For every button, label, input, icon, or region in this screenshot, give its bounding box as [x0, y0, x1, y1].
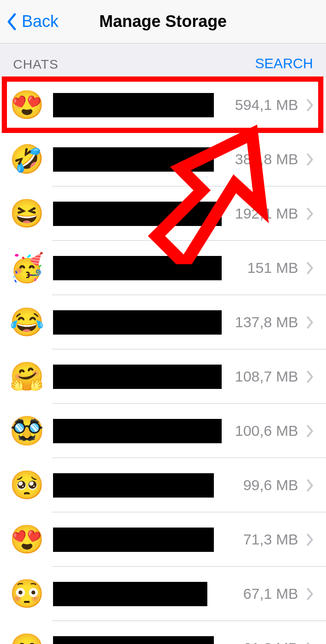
chat-size-label: 382,8 MB: [235, 151, 298, 168]
back-chevron-icon: [6, 13, 17, 31]
chevron-right-icon: [306, 370, 314, 383]
chevron-right-icon: [306, 316, 314, 329]
chat-avatar: 😆: [8, 195, 46, 233]
chat-name-redacted: [53, 636, 214, 644]
chat-avatar: 🥺: [8, 466, 46, 505]
chat-row[interactable]: 😆192,1 MB: [0, 186, 326, 241]
chat-name-redacted: [53, 528, 214, 552]
search-button[interactable]: SEARCH: [255, 56, 313, 72]
chat-row[interactable]: 🤗108,7 MB: [0, 349, 326, 404]
chat-avatar: 🤣: [8, 140, 46, 179]
chat-size-label: 67,1 MB: [243, 585, 298, 602]
chevron-right-icon: [306, 153, 314, 166]
chat-size-label: 151 MB: [247, 259, 298, 276]
chevron-right-icon: [306, 533, 314, 546]
chat-name-redacted: [53, 310, 222, 335]
chat-row[interactable]: 😍594,1 MB: [0, 78, 326, 132]
chevron-right-icon: [306, 262, 314, 275]
chat-row[interactable]: 😂137,8 MB: [0, 295, 326, 349]
chat-size-label: 594,1 MB: [235, 96, 298, 113]
chat-avatar: 🥳: [8, 249, 46, 287]
chat-name-redacted: [53, 473, 214, 498]
chat-name-redacted: [53, 365, 222, 389]
chat-row[interactable]: 😍71,3 MB: [0, 512, 326, 567]
chat-name-redacted: [53, 256, 222, 280]
chat-name-redacted: [53, 582, 207, 606]
chevron-right-icon: [306, 479, 314, 492]
navigation-bar: Back Manage Storage: [0, 0, 326, 43]
chat-avatar: 😊: [8, 629, 46, 644]
back-label: Back: [22, 12, 58, 31]
chat-row[interactable]: 🥳151 MB: [0, 241, 326, 295]
chat-avatar: 😍: [8, 521, 46, 559]
chats-section-label: CHATS: [13, 57, 58, 72]
chat-row[interactable]: 🥺99,6 MB: [0, 458, 326, 512]
chat-avatar: 😳: [8, 575, 46, 613]
chats-section-header: CHATS SEARCH: [0, 43, 326, 78]
chat-avatar: 🥸: [8, 412, 46, 450]
chat-size-label: 192,1 MB: [235, 205, 298, 222]
chat-row[interactable]: 🥸100,6 MB: [0, 404, 326, 458]
chat-size-label: 61,2 MB: [243, 640, 298, 644]
chat-row[interactable]: 🤣382,8 MB: [0, 132, 326, 186]
chat-size-label: 99,6 MB: [243, 477, 298, 494]
chat-name-redacted: [53, 93, 214, 117]
chat-size-label: 71,3 MB: [243, 531, 298, 548]
chat-row[interactable]: 😳67,1 MB: [0, 567, 326, 621]
chevron-right-icon: [306, 588, 314, 601]
chevron-right-icon: [306, 207, 314, 220]
chat-avatar: 😂: [8, 303, 46, 342]
chevron-right-icon: [306, 642, 314, 644]
chat-row[interactable]: 😊61,2 MB: [0, 621, 326, 644]
chevron-right-icon: [306, 425, 314, 438]
back-button[interactable]: Back: [0, 0, 58, 43]
chat-size-label: 137,8 MB: [235, 314, 298, 331]
chat-name-redacted: [53, 147, 214, 172]
chevron-right-icon: [306, 99, 314, 112]
chat-avatar: 🤗: [8, 358, 46, 396]
chats-list: 😍594,1 MB🤣382,8 MB😆192,1 MB🥳151 MB😂137,8…: [0, 78, 326, 644]
chat-name-redacted: [53, 202, 222, 226]
chat-avatar: 😍: [8, 86, 46, 124]
chat-size-label: 100,6 MB: [235, 422, 298, 439]
chat-name-redacted: [53, 419, 222, 443]
chat-size-label: 108,7 MB: [235, 368, 298, 385]
